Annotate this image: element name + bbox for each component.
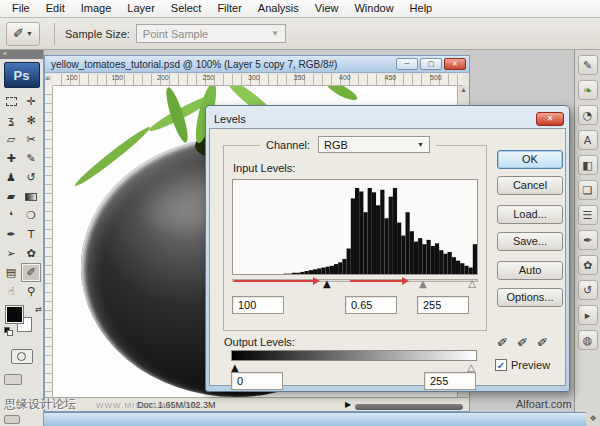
bottom-left-button[interactable] bbox=[4, 415, 20, 424]
custom-shape-tool[interactable]: ✿ bbox=[21, 244, 41, 263]
blur-tool[interactable]: ❛ bbox=[1, 206, 21, 225]
channels-panel-icon: ☰ bbox=[583, 209, 593, 222]
input-white-field[interactable]: 255 bbox=[417, 296, 469, 314]
character-panel-icon: A bbox=[584, 134, 592, 147]
pen-tool[interactable]: ✒ bbox=[1, 225, 21, 244]
load-button[interactable]: Load... bbox=[497, 205, 563, 224]
status-menu-arrow-icon[interactable]: ▶ bbox=[345, 400, 351, 409]
plant-thumbnail-icon: ❧ bbox=[583, 84, 592, 97]
brush-panel-icon[interactable]: ✎ bbox=[578, 55, 598, 75]
auto-button[interactable]: Auto bbox=[497, 261, 563, 280]
magic-wand-tool[interactable]: ✻ bbox=[21, 111, 41, 130]
horizontal-scrollbar-thumb[interactable] bbox=[355, 404, 463, 410]
scroll-up-icon[interactable]: ▲ bbox=[460, 86, 467, 93]
menu-item-help[interactable]: Help bbox=[402, 0, 441, 17]
input-gamma-field[interactable]: 0.65 bbox=[345, 296, 397, 314]
minimize-button[interactable]: ─ bbox=[396, 58, 418, 70]
screen-mode-button[interactable] bbox=[4, 374, 22, 385]
menu-item-image[interactable]: Image bbox=[73, 0, 120, 17]
menu-item-select[interactable]: Select bbox=[163, 0, 210, 17]
input-gamma-slider[interactable]: ▲ bbox=[419, 278, 427, 290]
paths-panel-icon: ✒ bbox=[583, 234, 592, 247]
eyedropper-tool[interactable]: ✐ bbox=[21, 263, 41, 282]
color-panel-icon[interactable]: ◧ bbox=[578, 155, 598, 175]
plant-thumbnail-icon[interactable]: ❧ bbox=[578, 80, 598, 100]
zoom-icon: ⚲ bbox=[27, 285, 35, 298]
input-black-slider[interactable]: ▲ bbox=[323, 278, 331, 290]
menu-item-layer[interactable]: Layer bbox=[119, 0, 163, 17]
clone-stamp-icon: ♟ bbox=[6, 171, 16, 184]
menu-item-file[interactable]: File bbox=[4, 0, 38, 17]
eraser-tool[interactable]: ▰ bbox=[1, 187, 21, 206]
type-tool[interactable]: T bbox=[21, 225, 41, 244]
maximize-button[interactable]: ▢ bbox=[420, 58, 442, 70]
character-panel-icon[interactable]: A bbox=[578, 130, 598, 150]
ruler-corner: ⊞ bbox=[45, 74, 53, 86]
layers-panel-icon[interactable]: ❏ bbox=[578, 180, 598, 200]
levels-dialog-titlebar[interactable]: Levels ✕ bbox=[209, 109, 566, 128]
lasso-tool[interactable]: ʓ bbox=[1, 111, 21, 130]
spot-healing-tool[interactable]: ✚ bbox=[1, 149, 21, 168]
actions-panel-icon[interactable]: ▸ bbox=[578, 305, 598, 325]
save-button[interactable]: Save... bbox=[497, 232, 563, 251]
options-button[interactable]: Options... bbox=[497, 288, 563, 307]
gray-point-eyedropper-icon[interactable]: ✐ bbox=[516, 334, 528, 350]
move-tool[interactable]: ✛ bbox=[21, 92, 41, 111]
brush-tool[interactable]: ✎ bbox=[21, 149, 41, 168]
slice-tool[interactable]: ✂ bbox=[21, 130, 41, 149]
brush-icon: ✎ bbox=[26, 152, 35, 165]
eyedropper-tool-preset-button[interactable]: ✐ ▼ bbox=[6, 22, 40, 46]
channel-label: Channel: bbox=[266, 139, 310, 151]
input-white-slider[interactable]: △ bbox=[468, 278, 476, 290]
menu-item-filter[interactable]: Filter bbox=[209, 0, 249, 17]
output-white-field[interactable]: 255 bbox=[424, 372, 476, 390]
dialog-close-button[interactable]: ✕ bbox=[536, 112, 564, 126]
zoom-tool[interactable]: ⚲ bbox=[21, 282, 41, 301]
navigator-panel-icon: ◔ bbox=[583, 109, 593, 122]
swap-colors-icon[interactable]: ⇄ bbox=[35, 305, 42, 314]
history-brush-tool[interactable]: ↺ bbox=[21, 168, 41, 187]
color-swatches: ⇄ bbox=[4, 305, 44, 341]
toolbox-collapse-header[interactable]: « bbox=[0, 50, 43, 59]
foreground-color-swatch[interactable] bbox=[6, 306, 23, 323]
dodge-tool[interactable]: ❍ bbox=[21, 206, 41, 225]
horizontal-ruler: 100150200250300350400450500 bbox=[53, 74, 463, 86]
channels-panel-icon[interactable]: ☰ bbox=[578, 205, 598, 225]
white-point-eyedropper-icon[interactable]: ✐ bbox=[536, 334, 548, 350]
styles-panel-icon[interactable]: ✿ bbox=[578, 255, 598, 275]
crop-tool[interactable]: ▱ bbox=[1, 130, 21, 149]
sample-size-dropdown[interactable]: Point Sample ▼ bbox=[136, 24, 286, 43]
black-point-eyedropper-icon[interactable]: ✐ bbox=[496, 334, 508, 350]
rectangular-marquee-tool[interactable] bbox=[1, 92, 21, 111]
hand-tool[interactable]: ☝ bbox=[1, 282, 21, 301]
preview-checkbox[interactable]: ✓ bbox=[495, 359, 507, 371]
close-button[interactable]: ✕ bbox=[444, 58, 466, 70]
sample-size-label: Sample Size: bbox=[65, 28, 130, 40]
info-panel-icon[interactable]: ◍ bbox=[578, 330, 598, 350]
ok-button[interactable]: OK bbox=[497, 150, 563, 169]
clone-stamp-tool[interactable]: ♟ bbox=[1, 168, 21, 187]
path-selection-tool[interactable]: ➢ bbox=[1, 244, 21, 263]
gradient-tool[interactable] bbox=[21, 187, 41, 206]
output-black-field[interactable]: 0 bbox=[231, 372, 283, 390]
layers-panel-icon: ❏ bbox=[583, 184, 593, 197]
document-titlebar[interactable]: yellow_tomatoes_tutorial.psd @ 100% (Lay… bbox=[45, 56, 469, 73]
menu-item-edit[interactable]: Edit bbox=[38, 0, 73, 17]
slice-icon: ✂ bbox=[26, 133, 35, 146]
output-gradient-bar bbox=[231, 350, 477, 361]
path-selection-icon: ➢ bbox=[6, 247, 15, 260]
quick-mask-button[interactable] bbox=[11, 349, 33, 364]
menu-item-view[interactable]: View bbox=[307, 0, 347, 17]
cancel-button[interactable]: Cancel bbox=[497, 176, 563, 195]
menu-item-window[interactable]: Window bbox=[346, 0, 401, 17]
navigator-panel-icon[interactable]: ◔ bbox=[578, 105, 598, 125]
menu-item-analysis[interactable]: Analysis bbox=[250, 0, 307, 17]
notes-tool[interactable]: ▤ bbox=[1, 263, 21, 282]
input-black-field[interactable]: 100 bbox=[232, 296, 284, 314]
paths-panel-icon[interactable]: ✒ bbox=[578, 230, 598, 250]
blur-icon: ❛ bbox=[9, 209, 13, 222]
channel-dropdown[interactable]: RGB ▼ bbox=[318, 136, 430, 153]
sample-droppers: ✐ ✐ ✐ bbox=[497, 335, 567, 350]
history-panel-icon[interactable]: ↺ bbox=[578, 280, 598, 300]
notes-icon: ▤ bbox=[6, 266, 16, 279]
